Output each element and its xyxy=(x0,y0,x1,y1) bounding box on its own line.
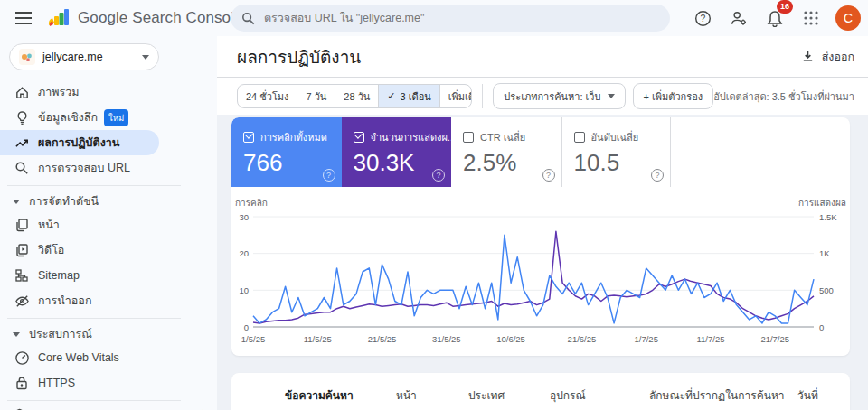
sidebar-item-pages[interactable]: หน้า xyxy=(0,212,217,238)
sidebar-item-performance[interactable]: ผลการปฏิบัติงาน xyxy=(0,130,159,155)
x-axis-tick: 31/5/25 xyxy=(432,334,461,344)
app-logo[interactable]: Google Search Console xyxy=(47,7,243,29)
filter-bar: 24 ชั่วโมง 7 วัน 28 วัน ✓ 3 เดือน เพิ่มเ… xyxy=(217,78,868,115)
clicks-impressions-chart: การคลิกการแสดงผล0010500201K301.5K1/5/251… xyxy=(231,187,850,356)
y-axis-right-tick: 1K xyxy=(819,248,830,258)
tab-pages[interactable]: หน้า xyxy=(396,387,417,404)
metric-card-avg-ctr[interactable]: CTR เฉลี่ย 2.5% ? xyxy=(451,117,561,187)
sidebar-item-videos[interactable]: วิดีโอ xyxy=(0,238,217,263)
help-icon[interactable]: ? xyxy=(542,169,555,182)
x-axis-tick: 11/7/25 xyxy=(696,334,724,344)
search-icon xyxy=(14,160,30,176)
sitemap-icon xyxy=(14,267,30,284)
help-icon[interactable]: ? xyxy=(691,6,714,30)
lightbulb-icon xyxy=(14,109,30,126)
property-selector[interactable]: jellycare.me xyxy=(9,43,159,70)
y-axis-right-tick: 500 xyxy=(819,285,834,295)
app-title: Google Search Console xyxy=(78,9,243,27)
date-range-control: 24 ชั่วโมง 7 วัน 28 วัน ✓ 3 เดือน เพิ่มเ… xyxy=(237,84,472,108)
new-badge: ใหม่ xyxy=(104,109,128,126)
sidebar-item-sitemaps[interactable]: Sitemap xyxy=(0,263,217,288)
divider xyxy=(482,84,483,108)
home-icon xyxy=(14,84,30,100)
sidebar-section-experience[interactable]: ประสบการณ์ xyxy=(0,323,217,345)
y-axis-left-title: การคลิก xyxy=(235,198,268,208)
search-console-logo-icon xyxy=(47,7,71,29)
lock-icon xyxy=(14,375,30,391)
eye-off-icon xyxy=(14,293,30,309)
range-3m-selected[interactable]: ✓ 3 เดือน xyxy=(378,85,439,107)
chart-line-clicks xyxy=(253,235,814,323)
search-type-filter[interactable]: ประเภทการค้นหา: เว็บ xyxy=(493,83,625,109)
check-icon: ✓ xyxy=(387,90,395,102)
export-button[interactable]: ส่งออก xyxy=(801,48,854,66)
y-axis-right-tick: 1.5K xyxy=(819,212,837,222)
add-filter-button[interactable]: + เพิ่มตัวกรอง xyxy=(633,83,714,109)
tab-dates[interactable]: วันที่ xyxy=(797,387,818,404)
x-axis-tick: 21/6/25 xyxy=(568,334,597,344)
help-icon[interactable]: ? xyxy=(432,169,445,182)
google-apps-grid-icon[interactable] xyxy=(799,6,823,30)
top-app-bar: Google Search Console ? 16 C xyxy=(0,0,868,36)
hamburger-menu-icon[interactable] xyxy=(5,0,42,36)
metric-card-avg-position[interactable]: อันดับเฉลี่ย 10.5 ? xyxy=(561,117,672,187)
performance-chart: การคลิกการแสดงผล0010500201K301.5K1/5/251… xyxy=(231,187,850,356)
user-settings-icon[interactable] xyxy=(727,6,750,30)
x-axis-tick: 11/5/25 xyxy=(304,334,332,344)
checkbox-checked-icon[interactable] xyxy=(243,132,254,143)
page-title: ผลการปฏิบัติงาน xyxy=(237,43,801,70)
range-24h[interactable]: 24 ชั่วโมง xyxy=(238,85,297,107)
account-avatar[interactable]: C xyxy=(835,5,861,31)
url-inspection-searchbox[interactable] xyxy=(231,5,670,32)
x-axis-tick: 10/6/25 xyxy=(496,334,525,344)
y-axis-left-tick: 0 xyxy=(244,322,249,332)
x-axis-tick: 1/7/25 xyxy=(635,334,658,344)
x-axis-tick: 21/5/25 xyxy=(368,334,397,344)
y-axis-left-tick: 20 xyxy=(239,248,249,258)
sidebar-item-overview[interactable]: ภาพรวม xyxy=(0,79,217,105)
range-7d[interactable]: 7 วัน xyxy=(297,85,335,107)
notifications-bell-icon[interactable]: 16 xyxy=(763,6,787,30)
search-icon xyxy=(241,12,255,25)
speedometer-icon xyxy=(14,349,30,366)
last-updated-text: อัปเดตล่าสุด: 3.5 ชั่วโมงที่ผ่านมา xyxy=(713,89,854,105)
download-icon xyxy=(801,50,815,63)
svg-text:?: ? xyxy=(700,14,705,23)
property-favicon xyxy=(19,49,35,65)
page-header: ผลการปฏิบัติงาน ส่งออก xyxy=(217,36,868,78)
tab-search-appearance[interactable]: ลักษณะที่ปรากฏในการค้นหา xyxy=(649,387,785,404)
x-axis-tick: 21/7/25 xyxy=(760,334,789,344)
divider xyxy=(7,318,181,319)
range-more[interactable]: เพิ่มเติม xyxy=(439,85,473,107)
y-axis-right-tick: 0 xyxy=(819,322,824,332)
search-input[interactable] xyxy=(264,12,659,24)
sidebar-item-url-inspection[interactable]: การตรวจสอบ URL xyxy=(0,155,217,181)
range-28d[interactable]: 28 วัน xyxy=(335,85,378,107)
metric-card-total-impressions[interactable]: จำนวนการแสดงผ... 30.3K ? xyxy=(342,117,452,187)
sidebar-item-core-web-vitals[interactable]: Core Web Vitals xyxy=(0,345,217,370)
sidebar-item-insights[interactable]: ข้อมูลเชิงลึก ใหม่ xyxy=(0,105,217,130)
tab-queries[interactable]: ข้อความค้นหา xyxy=(285,387,354,404)
checkbox-unchecked-icon[interactable] xyxy=(463,132,474,143)
pages-icon xyxy=(14,217,30,233)
chevron-down-icon xyxy=(13,332,20,337)
checkbox-unchecked-icon[interactable] xyxy=(574,132,585,143)
y-axis-left-tick: 10 xyxy=(239,285,249,295)
help-icon[interactable]: ? xyxy=(651,169,664,182)
property-name: jellycare.me xyxy=(42,51,142,63)
sidebar-section-indexing[interactable]: การจัดทำดัชนี xyxy=(0,191,217,212)
performance-panel: การคลิกทั้งหมด 766 ? จำนวนการแสดงผ... 30… xyxy=(231,117,850,356)
sidebar-item-https[interactable]: HTTPS xyxy=(0,370,217,396)
sidebar-section-security[interactable]: ความปลอดภัยและการดำเนินการโดย xyxy=(0,405,217,410)
help-icon[interactable]: ? xyxy=(323,169,335,182)
sidebar: jellycare.me ภาพรวม ข้อมูลเชิงลึก ใหม่ ผ… xyxy=(0,36,217,410)
tab-devices[interactable]: อุปกรณ์ xyxy=(550,387,586,404)
y-axis-right-title: การแสดงผล xyxy=(798,198,846,208)
chevron-down-icon xyxy=(608,94,615,98)
checkbox-checked-icon[interactable] xyxy=(354,132,364,143)
metric-card-total-clicks[interactable]: การคลิกทั้งหมด 766 ? xyxy=(231,117,342,187)
dimension-tabs-panel: ข้อความค้นหา หน้า ประเทศ อุปกรณ์ ลักษณะท… xyxy=(231,373,850,410)
tab-countries[interactable]: ประเทศ xyxy=(468,387,505,404)
metric-cards: การคลิกทั้งหมด 766 ? จำนวนการแสดงผ... 30… xyxy=(231,117,671,187)
sidebar-item-removals[interactable]: การนำออก xyxy=(0,288,217,313)
